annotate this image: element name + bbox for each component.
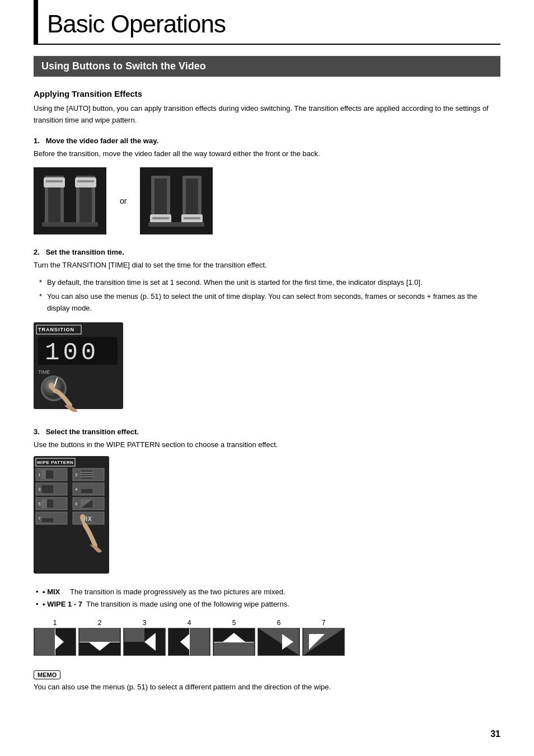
svg-rect-14 bbox=[152, 217, 169, 219]
pattern-thumbs-row bbox=[34, 628, 500, 656]
svg-rect-8 bbox=[77, 180, 94, 182]
fader-image-2 bbox=[140, 167, 213, 234]
mix-wipe-list: • MIX The transition is made progressive… bbox=[34, 586, 500, 611]
svg-rect-69 bbox=[55, 628, 55, 655]
svg-text:100: 100 bbox=[45, 339, 99, 367]
step-1-title: 1. Move the video fader all the way. bbox=[34, 137, 500, 145]
pattern-num-3: 3 bbox=[123, 619, 166, 627]
pattern-thumb-2 bbox=[78, 628, 121, 656]
pattern-thumb-6 bbox=[257, 628, 300, 656]
step-1-number: 1. bbox=[34, 137, 40, 145]
wipe-item: • WIPE 1 - 7 The transition is made usin… bbox=[34, 598, 500, 611]
wipe-label: • WIPE 1 - 7 bbox=[43, 600, 82, 608]
subsection-title: Applying Transition Effects bbox=[34, 89, 500, 98]
step-1: 1. Move the video fader all the way. Bef… bbox=[34, 137, 500, 235]
transition-display: TRANSITION 100 TIME bbox=[34, 322, 500, 414]
pattern-numbers-row: 1 2 3 4 5 6 7 bbox=[34, 619, 500, 627]
pattern-num-5: 5 bbox=[213, 619, 255, 627]
page-header: Basic Operations bbox=[34, 0, 500, 45]
pattern-num-7: 7 bbox=[302, 619, 345, 627]
svg-rect-62 bbox=[41, 514, 54, 518]
svg-rect-80 bbox=[189, 628, 190, 655]
svg-text:7: 7 bbox=[38, 516, 41, 521]
step-2-title: 2. Set the transition time. bbox=[34, 248, 500, 256]
page-title: Basic Operations bbox=[38, 0, 500, 45]
svg-rect-9 bbox=[42, 222, 98, 227]
mix-item: • MIX The transition is made progressive… bbox=[34, 586, 500, 598]
pattern-num-2: 2 bbox=[78, 619, 121, 627]
step-2-bullets: By default, the transition time is set a… bbox=[34, 277, 500, 314]
pattern-thumb-4 bbox=[168, 628, 210, 656]
svg-text:WIPE PATTERN: WIPE PATTERN bbox=[37, 460, 73, 465]
step-1-title-text: Move the video fader all the way. bbox=[46, 137, 158, 145]
step-2-title-text: Set the transition time. bbox=[46, 248, 124, 256]
memo-box: MEMO You can also use the menus (p. 51) … bbox=[34, 669, 500, 693]
svg-rect-18 bbox=[184, 217, 200, 219]
svg-rect-71 bbox=[79, 628, 120, 642]
step-3: 3. Select the transition effect. Use the… bbox=[34, 428, 500, 656]
svg-text:1: 1 bbox=[38, 472, 41, 477]
step-2: 2. Set the transition time. Turn the TRA… bbox=[34, 248, 500, 414]
section-header: Using Buttons to Switch the Video bbox=[34, 56, 500, 77]
svg-text:5: 5 bbox=[38, 501, 41, 506]
or-label: or bbox=[120, 196, 127, 205]
pattern-thumb-1 bbox=[34, 628, 76, 656]
svg-text:4: 4 bbox=[75, 487, 78, 492]
step-2-body: Turn the TRANSITION [TIME] dial to set t… bbox=[34, 260, 500, 271]
intro-text: Using the [AUTO] button, you can apply t… bbox=[34, 103, 500, 126]
fader-images: or bbox=[34, 167, 500, 234]
svg-text:TRANSITION: TRANSITION bbox=[38, 327, 74, 332]
memo-text: You can also use the menus (p. 51) to se… bbox=[34, 682, 500, 693]
step-3-body: Use the buttons in the WIPE PATTERN sect… bbox=[34, 439, 500, 451]
pattern-num-6: 6 bbox=[257, 619, 300, 627]
fader-svg-1 bbox=[39, 173, 101, 229]
fader-image-1 bbox=[34, 167, 106, 234]
pattern-thumbnails: 1 2 3 4 5 6 7 bbox=[34, 619, 500, 656]
step-2-bullet-2: You can also use the menus (p. 51) to se… bbox=[39, 291, 500, 314]
mix-label: • MIX bbox=[43, 588, 60, 596]
step-3-number: 3. bbox=[34, 428, 40, 436]
memo-label: MEMO bbox=[34, 670, 60, 679]
wipe-pattern-svg: WIPE PATTERN 1 2 3 4 bbox=[34, 456, 115, 579]
svg-text:6: 6 bbox=[75, 501, 78, 506]
svg-rect-84 bbox=[214, 642, 254, 642]
svg-text:TIME: TIME bbox=[38, 369, 50, 375]
wipe-text: The transition is made using one of the … bbox=[86, 600, 289, 608]
page-number: 31 bbox=[490, 729, 500, 739]
svg-rect-75 bbox=[124, 628, 144, 642]
wipe-pattern-display: WIPE PATTERN 1 2 3 4 bbox=[34, 456, 500, 581]
svg-rect-19 bbox=[148, 222, 204, 227]
pattern-thumb-7 bbox=[302, 628, 345, 656]
svg-rect-82 bbox=[214, 642, 254, 655]
svg-rect-46 bbox=[41, 485, 54, 494]
svg-rect-50 bbox=[81, 485, 93, 489]
fader-svg-2 bbox=[146, 173, 207, 229]
svg-rect-73 bbox=[79, 642, 120, 642]
pattern-thumb-5 bbox=[213, 628, 255, 656]
svg-rect-78 bbox=[189, 628, 209, 655]
mix-text: The transition is made progressively as … bbox=[70, 588, 285, 596]
svg-rect-37 bbox=[41, 470, 46, 479]
pattern-num-1: 1 bbox=[34, 619, 76, 627]
svg-text:2: 2 bbox=[75, 472, 78, 477]
transition-display-svg: TRANSITION 100 TIME bbox=[34, 322, 129, 412]
step-3-title-text: Select the transition effect. bbox=[46, 428, 139, 436]
pattern-thumb-3 bbox=[123, 628, 166, 656]
step-3-title: 3. Select the transition effect. bbox=[34, 428, 500, 436]
step-1-body: Before the transition, move the video fa… bbox=[34, 148, 500, 160]
header-accent-bar bbox=[34, 0, 38, 45]
svg-rect-4 bbox=[46, 180, 63, 182]
step-2-bullet-1: By default, the transition time is set a… bbox=[39, 277, 500, 289]
step-2-number: 2. bbox=[34, 248, 40, 256]
page-container: Basic Operations Using Buttons to Switch… bbox=[0, 0, 534, 726]
pattern-num-4: 4 bbox=[168, 619, 210, 627]
svg-text:3: 3 bbox=[38, 487, 41, 492]
svg-rect-67 bbox=[35, 628, 55, 655]
svg-rect-54 bbox=[41, 499, 47, 508]
